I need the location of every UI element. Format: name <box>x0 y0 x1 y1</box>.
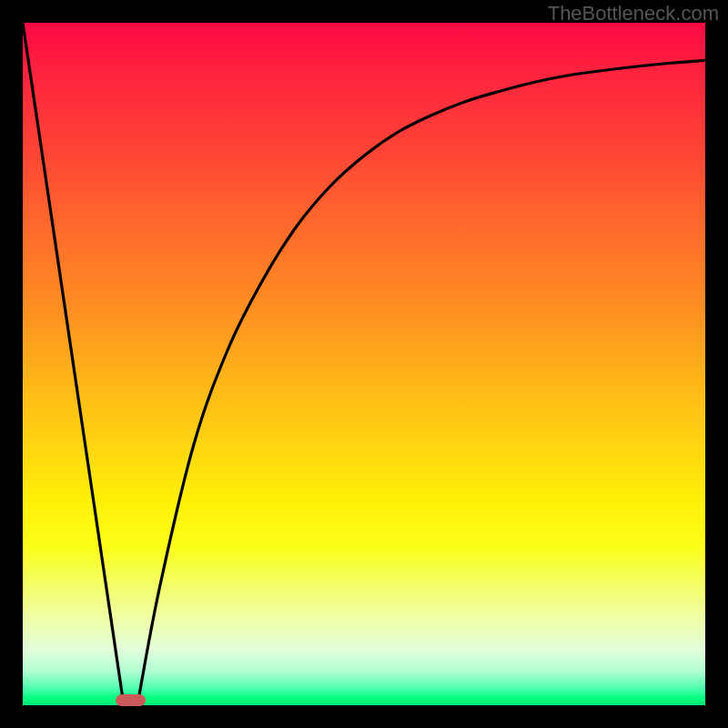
trough-marker <box>116 694 145 706</box>
chart-frame: TheBottleneck.com <box>0 0 728 728</box>
series-right-ascent <box>137 60 705 705</box>
series-left-descent <box>23 23 124 705</box>
chart-plot-area <box>23 23 705 705</box>
chart-curves <box>23 23 705 705</box>
